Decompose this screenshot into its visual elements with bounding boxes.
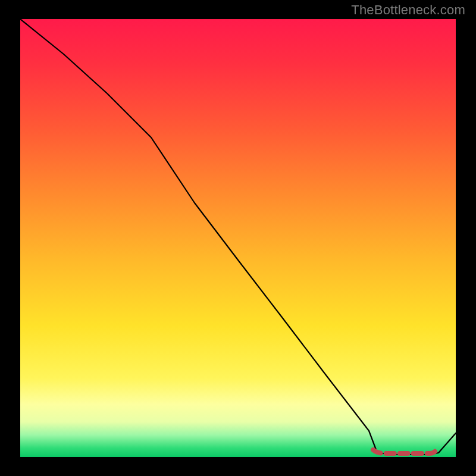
chart-frame: TheBottleneck.com [0, 0, 476, 476]
plot-area [20, 19, 456, 457]
watermark-text: TheBottleneck.com [351, 2, 465, 18]
optimal-dash [373, 450, 436, 453]
curve-line [20, 19, 456, 455]
chart-svg [20, 19, 456, 457]
